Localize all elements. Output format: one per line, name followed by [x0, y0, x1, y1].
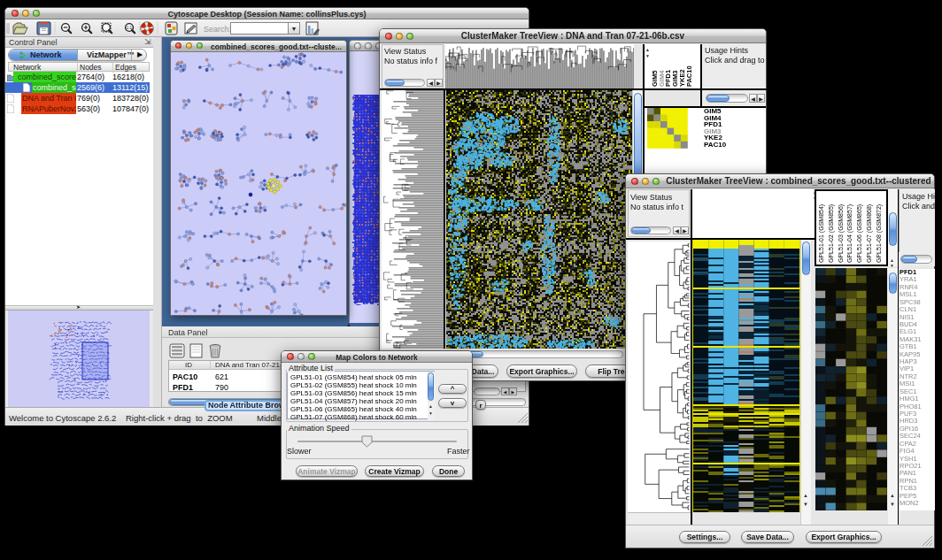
svg-text:1:1: 1:1 — [127, 26, 133, 30]
svg-text:GPL51-02 (GSM855): GPL51-02 (GSM855) — [828, 204, 835, 263]
svg-text:GPL51-04 (GSM857): GPL51-04 (GSM857) — [846, 204, 853, 263]
svg-text:GPL51-03 (GSM856): GPL51-03 (GSM856) — [838, 204, 845, 263]
svg-text:GPL51-06 (GSM865): GPL51-06 (GSM865) — [856, 204, 863, 263]
svg-text:GPL51-08 (GSM872): GPL51-08 (GSM872) — [876, 204, 883, 263]
svg-text:PAC10: PAC10 — [685, 65, 693, 87]
svg-text:GPL51-01 (GSM854): GPL51-01 (GSM854) — [818, 204, 825, 263]
svg-text:GPL51-07 (GSM868): GPL51-07 (GSM868) — [866, 204, 873, 263]
